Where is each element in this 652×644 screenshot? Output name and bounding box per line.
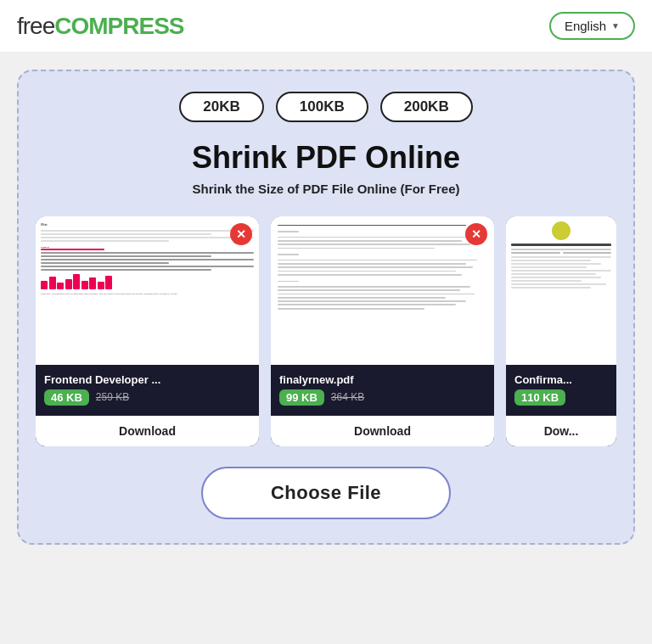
- choose-file-button[interactable]: Choose File: [201, 467, 451, 519]
- file-name-3: Confirma...: [514, 373, 608, 386]
- size-new-3: 110 KB: [514, 389, 565, 406]
- size-pill-200kb[interactable]: 200KB: [380, 92, 473, 122]
- preview-logo-3: [552, 221, 570, 240]
- file-info-3: Confirma... 110 KB: [506, 365, 616, 414]
- file-card-2: ✕ finalyrnew.pdf 99 KB 364 KB Download: [271, 216, 494, 446]
- file-preview-3: [506, 216, 616, 365]
- logo-free-text: free: [17, 13, 54, 39]
- logo: freeCOMPRESS: [17, 13, 184, 40]
- page-subtitle: Shrink the Size of PDF File Online (For …: [36, 182, 616, 196]
- file-preview-2: [271, 216, 494, 365]
- size-pill-100kb[interactable]: 100KB: [276, 92, 368, 122]
- file-cards-row: What: Projects: [36, 216, 616, 446]
- file-preview-1: What: Projects: [36, 216, 259, 365]
- header: freeCOMPRESS English ▼: [0, 0, 652, 53]
- size-pill-20kb[interactable]: 20KB: [179, 92, 263, 122]
- page-title: Shrink PDF Online: [36, 141, 616, 175]
- size-new-2: 99 KB: [279, 389, 324, 406]
- file-info-2: finalyrnew.pdf 99 KB 364 KB: [271, 365, 494, 414]
- file-card-3: Confirma... 110 KB Dow...: [506, 216, 616, 446]
- file-size-row-3: 110 KB: [514, 389, 608, 406]
- language-label: English: [565, 19, 606, 33]
- size-old-1: 259 KB: [96, 391, 129, 403]
- main-content: 20KB 100KB 200KB Shrink PDF Online Shrin…: [0, 53, 652, 562]
- close-button-1[interactable]: ✕: [230, 223, 252, 245]
- main-card: 20KB 100KB 200KB Shrink PDF Online Shrin…: [17, 70, 635, 545]
- file-info-1: Frontend Developer ... 46 KB 259 KB: [36, 365, 259, 414]
- close-button-2[interactable]: ✕: [465, 223, 487, 245]
- size-pills-row: 20KB 100KB 200KB: [36, 92, 616, 122]
- file-size-row-2: 99 KB 364 KB: [279, 389, 486, 406]
- download-button-1[interactable]: Download: [36, 416, 259, 446]
- file-name-2: finalyrnew.pdf: [279, 373, 486, 386]
- file-size-row-1: 46 KB 259 KB: [44, 389, 250, 406]
- chevron-down-icon: ▼: [611, 21, 620, 31]
- file-name-1: Frontend Developer ...: [44, 373, 250, 386]
- file-card-1: What: Projects: [36, 216, 259, 446]
- choose-file-wrapper: Choose File: [36, 467, 616, 519]
- size-old-2: 364 KB: [331, 391, 364, 403]
- download-button-2[interactable]: Download: [271, 416, 494, 446]
- language-selector[interactable]: English ▼: [549, 12, 635, 40]
- logo-compress-text: COMPRESS: [54, 13, 183, 39]
- size-new-1: 46 KB: [44, 389, 89, 406]
- download-button-3[interactable]: Dow...: [506, 416, 616, 446]
